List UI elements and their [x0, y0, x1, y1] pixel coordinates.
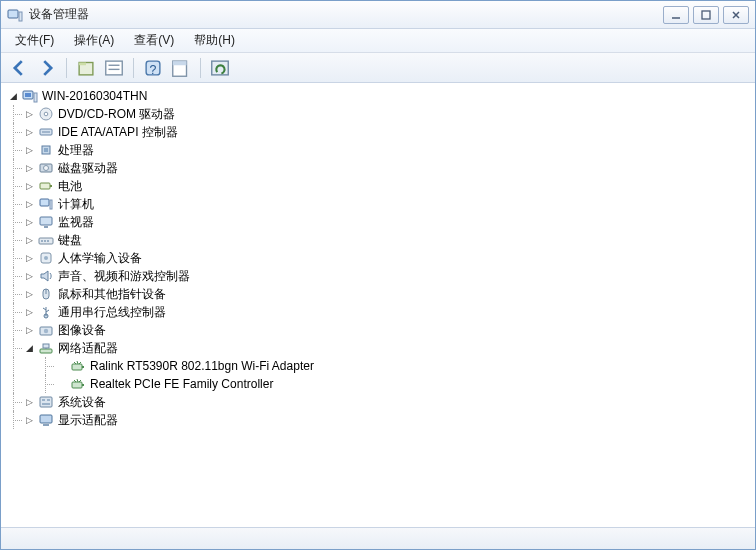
tree-node-label: Realtek PCIe FE Family Controller [90, 377, 273, 391]
svg-rect-53 [40, 415, 52, 423]
tree-category-node[interactable]: ▷磁盘驱动器 [3, 159, 753, 177]
tree-node-label: 人体学输入设备 [58, 250, 142, 267]
separator [200, 58, 201, 78]
network-icon [38, 340, 54, 356]
window-title: 设备管理器 [29, 6, 663, 23]
svg-point-36 [44, 256, 48, 260]
collapse-icon[interactable]: ◢ [7, 90, 19, 102]
menu-help[interactable]: 帮助(H) [184, 29, 245, 52]
usb-icon [38, 304, 54, 320]
svg-rect-33 [44, 240, 46, 242]
display-icon [38, 412, 54, 428]
tree-node-label: 系统设备 [58, 394, 106, 411]
tree-category-node[interactable]: ▷IDE ATA/ATAPI 控制器 [3, 123, 753, 141]
content-area[interactable]: ◢WIN-20160304THN▷DVD/CD-ROM 驱动器▷IDE ATA/… [1, 83, 755, 527]
expand-icon[interactable]: ▷ [23, 252, 35, 264]
tree-category-node[interactable]: ◢网络适配器 [3, 339, 753, 357]
tree-category-node[interactable]: ▷显示适配器 [3, 411, 753, 429]
tree-category-node[interactable]: ▷图像设备 [3, 321, 753, 339]
menu-file[interactable]: 文件(F) [5, 29, 64, 52]
expand-icon[interactable]: ▷ [23, 234, 35, 246]
expand-icon[interactable]: ▷ [23, 162, 35, 174]
imaging-icon [38, 322, 54, 338]
computer-icon [22, 88, 38, 104]
tree-category-node[interactable]: ▷监视器 [3, 213, 753, 231]
expand-icon[interactable]: ▷ [23, 324, 35, 336]
menu-action[interactable]: 操作(A) [64, 29, 124, 52]
collapse-icon[interactable]: ◢ [23, 342, 35, 354]
tree-category-node[interactable]: ▷人体学输入设备 [3, 249, 753, 267]
svg-rect-25 [40, 183, 50, 189]
svg-rect-42 [40, 349, 52, 353]
up-button[interactable] [74, 57, 98, 79]
tree-category-node[interactable]: ▷声音、视频和游戏控制器 [3, 267, 753, 285]
tree-node-label: WIN-20160304THN [42, 89, 147, 103]
expand-icon[interactable]: ▷ [23, 198, 35, 210]
tree-node-label: 计算机 [58, 196, 94, 213]
forward-button[interactable] [35, 57, 59, 79]
refresh-button[interactable] [208, 57, 232, 79]
svg-point-18 [44, 112, 48, 116]
details-button[interactable] [102, 57, 126, 79]
tree-node-label: 监视器 [58, 214, 94, 231]
svg-rect-47 [72, 382, 82, 388]
netadapter-icon [70, 358, 86, 374]
tree-category-node[interactable]: ▷处理器 [3, 141, 753, 159]
expand-icon[interactable]: ▷ [23, 288, 35, 300]
tree-device-node[interactable]: ▷Realtek PCIe FE Family Controller [3, 375, 753, 393]
svg-rect-48 [82, 384, 84, 386]
app-icon [7, 7, 23, 23]
expand-icon[interactable]: ▷ [23, 216, 35, 228]
tree-node-label: 电池 [58, 178, 82, 195]
tree-category-node[interactable]: ▷计算机 [3, 195, 753, 213]
system-icon [38, 394, 54, 410]
menubar: 文件(F) 操作(A) 查看(V) 帮助(H) [1, 29, 755, 53]
expand-icon[interactable]: ▷ [23, 108, 35, 120]
menu-view[interactable]: 查看(V) [124, 29, 184, 52]
statusbar [1, 527, 755, 549]
svg-rect-22 [44, 148, 48, 152]
properties-button[interactable] [169, 57, 193, 79]
back-button[interactable] [7, 57, 31, 79]
svg-rect-32 [41, 240, 43, 242]
svg-rect-34 [47, 240, 49, 242]
tree-category-node[interactable]: ▷键盘 [3, 231, 753, 249]
close-button[interactable] [723, 6, 749, 24]
tree-node-label: Ralink RT5390R 802.11bgn Wi-Fi Adapter [90, 359, 314, 373]
tree-node-label: 处理器 [58, 142, 94, 159]
device-manager-window: 设备管理器 文件(F) 操作(A) 查看(V) 帮助(H) ? ◢WIN-201… [0, 0, 756, 550]
tree-node-label: IDE ATA/ATAPI 控制器 [58, 124, 178, 141]
expand-icon[interactable]: ▷ [23, 396, 35, 408]
tree-category-node[interactable]: ▷DVD/CD-ROM 驱动器 [3, 105, 753, 123]
tree-category-node[interactable]: ▷电池 [3, 177, 753, 195]
help-button[interactable]: ? [141, 57, 165, 79]
device-tree: ◢WIN-20160304THN▷DVD/CD-ROM 驱动器▷IDE ATA/… [3, 87, 753, 429]
toolbar: ? [1, 53, 755, 83]
expand-icon[interactable]: ▷ [23, 144, 35, 156]
disk-icon [38, 160, 54, 176]
tree-device-node[interactable]: ▷Ralink RT5390R 802.11bgn Wi-Fi Adapter [3, 357, 753, 375]
expand-icon[interactable]: ▷ [23, 126, 35, 138]
tree-node-label: 磁盘驱动器 [58, 160, 118, 177]
expand-icon[interactable]: ▷ [23, 414, 35, 426]
tree-category-node[interactable]: ▷鼠标和其他指针设备 [3, 285, 753, 303]
tree-node-label: 鼠标和其他指针设备 [58, 286, 166, 303]
tree-category-node[interactable]: ▷系统设备 [3, 393, 753, 411]
svg-rect-43 [43, 344, 49, 348]
monitor-icon [38, 214, 54, 230]
svg-rect-46 [82, 366, 84, 368]
expand-icon[interactable]: ▷ [23, 180, 35, 192]
expand-icon[interactable]: ▷ [23, 270, 35, 282]
tree-root-node[interactable]: ◢WIN-20160304THN [3, 87, 753, 105]
tree-category-node[interactable]: ▷通用串行总线控制器 [3, 303, 753, 321]
cpu-icon [38, 142, 54, 158]
maximize-button[interactable] [693, 6, 719, 24]
tree-node-label: 声音、视频和游戏控制器 [58, 268, 190, 285]
ide-icon [38, 124, 54, 140]
expand-icon[interactable]: ▷ [23, 306, 35, 318]
svg-rect-29 [40, 217, 52, 225]
svg-rect-54 [43, 424, 49, 426]
minimize-button[interactable] [663, 6, 689, 24]
svg-rect-27 [40, 199, 49, 206]
svg-rect-12 [173, 61, 187, 65]
